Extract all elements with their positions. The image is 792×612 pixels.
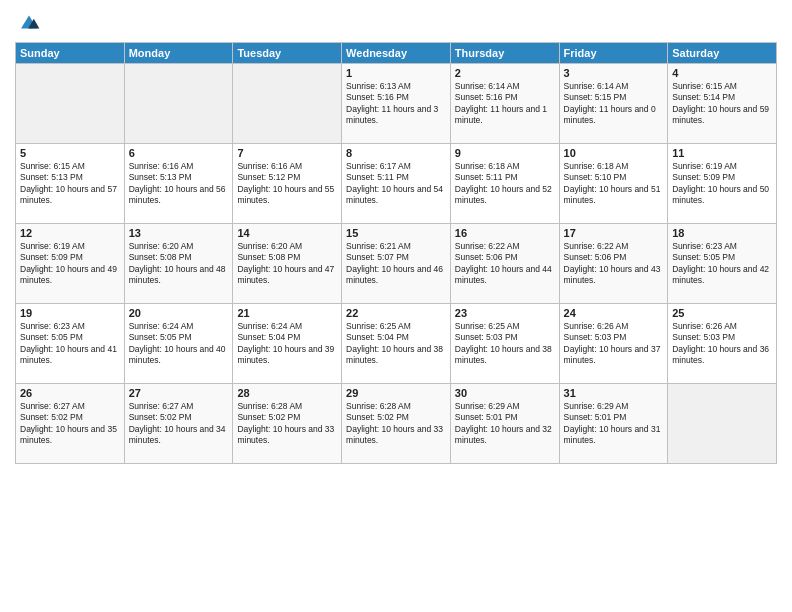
day-number: 8 [346,147,446,159]
header-cell-tuesday: Tuesday [233,43,342,64]
day-cell-31: 31Sunrise: 6:29 AMSunset: 5:01 PMDayligh… [559,384,668,464]
day-info: Sunrise: 6:25 AMSunset: 5:03 PMDaylight:… [455,321,555,367]
day-cell-17: 17Sunrise: 6:22 AMSunset: 5:06 PMDayligh… [559,224,668,304]
day-cell-16: 16Sunrise: 6:22 AMSunset: 5:06 PMDayligh… [450,224,559,304]
day-number: 14 [237,227,337,239]
day-cell-15: 15Sunrise: 6:21 AMSunset: 5:07 PMDayligh… [342,224,451,304]
day-number: 27 [129,387,229,399]
day-info: Sunrise: 6:14 AMSunset: 5:16 PMDaylight:… [455,81,555,127]
day-number: 6 [129,147,229,159]
day-info: Sunrise: 6:28 AMSunset: 5:02 PMDaylight:… [346,401,446,447]
day-cell-28: 28Sunrise: 6:28 AMSunset: 5:02 PMDayligh… [233,384,342,464]
day-info: Sunrise: 6:24 AMSunset: 5:05 PMDaylight:… [129,321,229,367]
day-number: 15 [346,227,446,239]
day-number: 4 [672,67,772,79]
day-cell-7: 7Sunrise: 6:16 AMSunset: 5:12 PMDaylight… [233,144,342,224]
day-info: Sunrise: 6:22 AMSunset: 5:06 PMDaylight:… [455,241,555,287]
day-info: Sunrise: 6:26 AMSunset: 5:03 PMDaylight:… [564,321,664,367]
day-info: Sunrise: 6:18 AMSunset: 5:10 PMDaylight:… [564,161,664,207]
day-number: 1 [346,67,446,79]
week-row-4: 19Sunrise: 6:23 AMSunset: 5:05 PMDayligh… [16,304,777,384]
day-info: Sunrise: 6:28 AMSunset: 5:02 PMDaylight:… [237,401,337,447]
day-cell-19: 19Sunrise: 6:23 AMSunset: 5:05 PMDayligh… [16,304,125,384]
calendar-page: SundayMondayTuesdayWednesdayThursdayFrid… [0,0,792,612]
day-info: Sunrise: 6:27 AMSunset: 5:02 PMDaylight:… [20,401,120,447]
day-cell-3: 3Sunrise: 6:14 AMSunset: 5:15 PMDaylight… [559,64,668,144]
day-cell-4: 4Sunrise: 6:15 AMSunset: 5:14 PMDaylight… [668,64,777,144]
week-row-3: 12Sunrise: 6:19 AMSunset: 5:09 PMDayligh… [16,224,777,304]
day-cell-22: 22Sunrise: 6:25 AMSunset: 5:04 PMDayligh… [342,304,451,384]
day-number: 7 [237,147,337,159]
day-number: 24 [564,307,664,319]
day-cell-21: 21Sunrise: 6:24 AMSunset: 5:04 PMDayligh… [233,304,342,384]
empty-cell [233,64,342,144]
day-cell-20: 20Sunrise: 6:24 AMSunset: 5:05 PMDayligh… [124,304,233,384]
day-number: 2 [455,67,555,79]
empty-cell [124,64,233,144]
day-cell-27: 27Sunrise: 6:27 AMSunset: 5:02 PMDayligh… [124,384,233,464]
day-number: 20 [129,307,229,319]
day-cell-6: 6Sunrise: 6:16 AMSunset: 5:13 PMDaylight… [124,144,233,224]
day-cell-23: 23Sunrise: 6:25 AMSunset: 5:03 PMDayligh… [450,304,559,384]
week-row-2: 5Sunrise: 6:15 AMSunset: 5:13 PMDaylight… [16,144,777,224]
day-number: 5 [20,147,120,159]
day-info: Sunrise: 6:15 AMSunset: 5:13 PMDaylight:… [20,161,120,207]
day-info: Sunrise: 6:14 AMSunset: 5:15 PMDaylight:… [564,81,664,127]
logo-text [15,10,41,34]
day-info: Sunrise: 6:15 AMSunset: 5:14 PMDaylight:… [672,81,772,127]
day-number: 13 [129,227,229,239]
day-cell-2: 2Sunrise: 6:14 AMSunset: 5:16 PMDaylight… [450,64,559,144]
day-number: 23 [455,307,555,319]
day-cell-1: 1Sunrise: 6:13 AMSunset: 5:16 PMDaylight… [342,64,451,144]
empty-cell [668,384,777,464]
day-cell-10: 10Sunrise: 6:18 AMSunset: 5:10 PMDayligh… [559,144,668,224]
day-cell-26: 26Sunrise: 6:27 AMSunset: 5:02 PMDayligh… [16,384,125,464]
day-number: 11 [672,147,772,159]
day-info: Sunrise: 6:27 AMSunset: 5:02 PMDaylight:… [129,401,229,447]
day-info: Sunrise: 6:24 AMSunset: 5:04 PMDaylight:… [237,321,337,367]
day-info: Sunrise: 6:18 AMSunset: 5:11 PMDaylight:… [455,161,555,207]
day-info: Sunrise: 6:20 AMSunset: 5:08 PMDaylight:… [129,241,229,287]
day-number: 26 [20,387,120,399]
day-cell-24: 24Sunrise: 6:26 AMSunset: 5:03 PMDayligh… [559,304,668,384]
day-number: 30 [455,387,555,399]
day-number: 10 [564,147,664,159]
header-cell-saturday: Saturday [668,43,777,64]
day-number: 22 [346,307,446,319]
day-cell-13: 13Sunrise: 6:20 AMSunset: 5:08 PMDayligh… [124,224,233,304]
empty-cell [16,64,125,144]
header-row: SundayMondayTuesdayWednesdayThursdayFrid… [16,43,777,64]
header-cell-thursday: Thursday [450,43,559,64]
day-info: Sunrise: 6:22 AMSunset: 5:06 PMDaylight:… [564,241,664,287]
day-cell-25: 25Sunrise: 6:26 AMSunset: 5:03 PMDayligh… [668,304,777,384]
day-cell-18: 18Sunrise: 6:23 AMSunset: 5:05 PMDayligh… [668,224,777,304]
day-cell-9: 9Sunrise: 6:18 AMSunset: 5:11 PMDaylight… [450,144,559,224]
day-cell-29: 29Sunrise: 6:28 AMSunset: 5:02 PMDayligh… [342,384,451,464]
day-info: Sunrise: 6:16 AMSunset: 5:13 PMDaylight:… [129,161,229,207]
day-number: 9 [455,147,555,159]
header-cell-sunday: Sunday [16,43,125,64]
logo-icon [17,10,41,34]
day-number: 17 [564,227,664,239]
day-number: 31 [564,387,664,399]
day-cell-11: 11Sunrise: 6:19 AMSunset: 5:09 PMDayligh… [668,144,777,224]
day-info: Sunrise: 6:23 AMSunset: 5:05 PMDaylight:… [672,241,772,287]
calendar-table: SundayMondayTuesdayWednesdayThursdayFrid… [15,42,777,464]
day-info: Sunrise: 6:20 AMSunset: 5:08 PMDaylight:… [237,241,337,287]
day-info: Sunrise: 6:16 AMSunset: 5:12 PMDaylight:… [237,161,337,207]
day-cell-8: 8Sunrise: 6:17 AMSunset: 5:11 PMDaylight… [342,144,451,224]
day-info: Sunrise: 6:29 AMSunset: 5:01 PMDaylight:… [564,401,664,447]
day-info: Sunrise: 6:13 AMSunset: 5:16 PMDaylight:… [346,81,446,127]
day-number: 16 [455,227,555,239]
day-number: 28 [237,387,337,399]
week-row-1: 1Sunrise: 6:13 AMSunset: 5:16 PMDaylight… [16,64,777,144]
day-info: Sunrise: 6:29 AMSunset: 5:01 PMDaylight:… [455,401,555,447]
day-number: 21 [237,307,337,319]
logo [15,10,41,34]
day-info: Sunrise: 6:19 AMSunset: 5:09 PMDaylight:… [672,161,772,207]
day-cell-14: 14Sunrise: 6:20 AMSunset: 5:08 PMDayligh… [233,224,342,304]
day-number: 19 [20,307,120,319]
day-cell-12: 12Sunrise: 6:19 AMSunset: 5:09 PMDayligh… [16,224,125,304]
day-info: Sunrise: 6:26 AMSunset: 5:03 PMDaylight:… [672,321,772,367]
day-number: 29 [346,387,446,399]
